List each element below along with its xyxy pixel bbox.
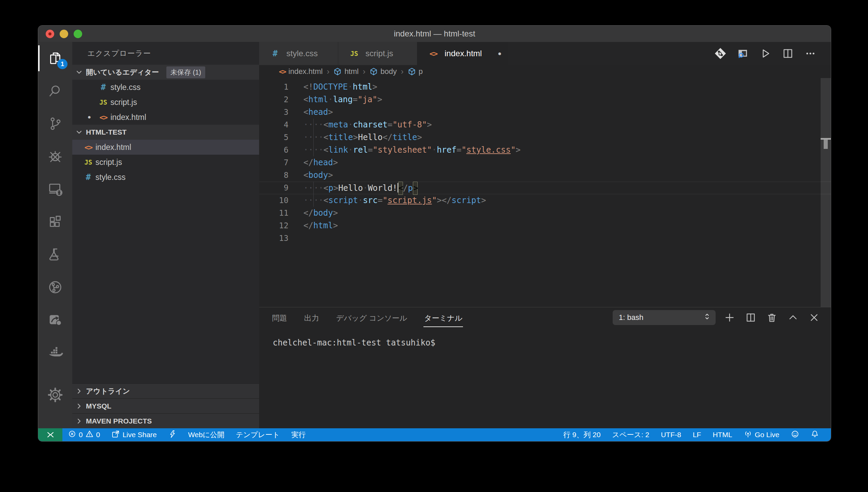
breadcrumb: <>index.html›html›body›p [259,65,831,78]
panel-tab-問題[interactable]: 問題 [271,308,288,327]
activity-search[interactable] [38,75,72,107]
tab-bar: #style.cssJSscript.js<>index.html● [259,42,831,65]
open-editor-item-script.js[interactable]: JSscript.js [72,95,259,110]
line-number: 13 [259,232,303,245]
close-panel-icon[interactable] [807,310,821,325]
code-line-8[interactable]: 8<body> [259,169,831,182]
open-editors-header[interactable]: 開いているエディター未保存 (1) [72,65,259,80]
code-line-4[interactable]: 4····<meta·charset="utf-8"> [259,119,831,131]
status-template[interactable]: テンプレート [230,428,285,441]
js-file-icon: JS [347,50,361,57]
activity-manage[interactable] [38,379,72,411]
panel-tab-出力[interactable]: 出力 [303,308,320,327]
code-line-6[interactable]: 6····<link·rel="stylesheet"·href="style.… [259,144,831,156]
breadcrumb-item-html[interactable]: html [333,67,359,76]
status-cursor-position[interactable]: 行 9、列 20 [557,428,607,441]
status-label: Live Share [122,431,156,439]
breadcrumb-item-body[interactable]: body [370,67,397,76]
run-icon[interactable] [759,47,772,60]
terminal-selector[interactable]: 1: bash [613,310,716,325]
code-line-10[interactable]: 10····<script·src="script.js"></script> [259,194,831,207]
status-publish-web[interactable]: Webに公開 [182,428,230,441]
status-feedback[interactable] [785,428,805,441]
status-label: LF [693,431,701,439]
status-language-mode[interactable]: HTML [707,428,738,441]
kill-terminal-icon[interactable] [765,310,779,325]
activity-publish[interactable] [38,304,72,336]
more-actions-icon[interactable] [804,47,817,60]
activity-live-share-session[interactable] [38,271,72,304]
code-editor[interactable]: 1<!DOCTYPE·html>2<html·lang="ja">3<head>… [259,78,831,307]
line-number: 8 [259,169,303,182]
status-run-task[interactable]: 実行 [286,428,312,441]
status-eol[interactable]: LF [687,428,707,441]
code-line-13[interactable]: 13 [259,232,831,245]
git-icon[interactable] [714,47,727,60]
sidebar-bottom-sections: アウトラインMYSQLMAVEN PROJECTS [72,383,259,428]
status-notifications[interactable] [805,428,825,441]
tree-item-script.js[interactable]: JSscript.js [72,155,259,170]
code-text: <head> [303,106,333,119]
tab-index.html[interactable]: <>index.html● [417,42,509,65]
zoom-window-button[interactable] [74,30,82,38]
split-editor-icon[interactable] [781,47,795,60]
code-line-3[interactable]: 3<head> [259,106,831,119]
breadcrumb-label: html [344,67,359,76]
activity-docker[interactable] [38,336,72,369]
split-terminal-icon[interactable] [744,310,758,325]
status-live-share[interactable]: Live Share [106,428,162,441]
activity-testing[interactable] [38,238,72,271]
activity-source-control[interactable] [38,107,72,140]
code-line-2[interactable]: 2<html·lang="ja"> [259,93,831,106]
symbol-cube-icon [370,67,378,76]
remote-indicator[interactable] [38,428,62,441]
activity-extensions[interactable] [38,205,72,238]
tab-script.js[interactable]: JSscript.js [338,42,417,65]
breadcrumb-item-index.html[interactable]: <>index.html [279,67,323,76]
tree-item-style.css[interactable]: #style.css [72,170,259,185]
editor-actions [714,42,831,65]
section-label: アウトライン [86,386,130,396]
code-line-9[interactable]: 9····<p>Hello·World!</p> [259,182,831,194]
section-MYSQL[interactable]: MYSQL [72,398,259,413]
panel-tab-デバッグ コンソール[interactable]: デバッグ コンソール [335,308,408,327]
code-line-5[interactable]: 5····<title>Hello</title> [259,131,831,144]
file-label: index.html [95,143,131,152]
activity-debug[interactable] [38,140,72,173]
code-line-11[interactable]: 11</body> [259,207,831,219]
activity-badge: 1 [57,59,68,69]
new-terminal-icon[interactable] [722,310,737,325]
title-bar[interactable]: index.html — html-test [38,26,831,42]
symbol-cube-icon [408,67,416,76]
file-label: style.css [110,83,140,92]
window-title: index.html — html-test [394,29,475,39]
section-MAVEN PROJECTS[interactable]: MAVEN PROJECTS [72,413,259,428]
maximize-panel-icon[interactable] [786,310,800,325]
close-window-button[interactable] [46,30,54,38]
activity-explorer[interactable]: 1 [38,42,72,75]
problems-status[interactable]: 00 [62,428,106,441]
status-go-live[interactable]: Go Live [738,428,785,441]
terminal-output[interactable]: chelchel-mac:html-test tatsuhiko$ [259,328,831,428]
status-indentation[interactable]: スペース: 2 [607,428,655,441]
status-encoding[interactable]: UTF-8 [655,428,687,441]
status-label: Webに公開 [188,430,224,440]
activity-remote-explorer[interactable] [38,173,72,205]
line-number: 1 [259,81,303,93]
code-line-7[interactable]: 7</head> [259,156,831,169]
minimize-window-button[interactable] [60,30,68,38]
tree-item-index.html[interactable]: <>index.html [72,140,259,155]
status-thunder[interactable] [163,428,182,441]
code-line-1[interactable]: 1<!DOCTYPE·html> [259,81,831,93]
breadcrumb-item-p[interactable]: p [408,67,423,76]
open-editor-item-style.css[interactable]: #style.css [72,80,259,95]
modified-dot[interactable]: ● [498,50,502,57]
folder-header[interactable]: HTML-TEST [72,125,259,140]
open-preview-icon[interactable] [736,47,750,60]
panel-tab-ターミナル[interactable]: ターミナル [423,308,463,327]
code-line-12[interactable]: 12</html> [259,219,831,232]
tab-style.css[interactable]: #style.css [259,42,338,65]
section-アウトライン[interactable]: アウトライン [72,383,259,398]
open-editor-item-index.html[interactable]: ●<>index.html [72,110,259,125]
breadcrumb-separator: › [363,67,365,76]
